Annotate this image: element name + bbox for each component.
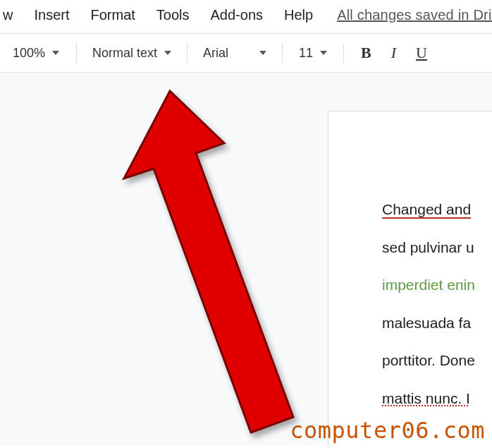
document-text-line[interactable]: imperdiet enin — [382, 266, 492, 304]
annotation-arrow-icon — [54, 87, 321, 448]
document-canvas[interactable]: Changed and sed pulvinar u imperdiet eni… — [0, 73, 492, 445]
document-text-line[interactable]: porttitor. Done — [382, 341, 492, 380]
svg-marker-0 — [124, 91, 293, 432]
document-page[interactable]: Changed and sed pulvinar u imperdiet eni… — [328, 111, 492, 448]
menu-tools[interactable]: Tools — [147, 4, 199, 26]
watermark-text: computer06.com — [290, 417, 485, 444]
zoom-dropdown[interactable]: 100% — [4, 43, 68, 63]
save-status[interactable]: All changes saved in Drive — [337, 7, 492, 23]
menu-insert[interactable]: Insert — [24, 4, 79, 26]
menu-help[interactable]: Help — [274, 4, 323, 26]
chevron-down-icon — [320, 51, 327, 55]
menubar: w Insert Format Tools Add-ons Help All c… — [0, 0, 492, 34]
italic-button[interactable]: I — [383, 41, 405, 65]
separator — [343, 43, 344, 63]
paragraph-style-value: Normal text — [92, 46, 157, 61]
separator — [187, 43, 187, 63]
zoom-value: 100% — [13, 46, 45, 61]
separator — [76, 43, 77, 63]
document-text-line[interactable]: mattis nunc. I — [382, 380, 492, 418]
font-size-value: 11 — [299, 46, 313, 61]
chevron-down-icon — [52, 51, 59, 55]
toolbar: 100% Normal text Arial 11 B I U — [0, 34, 492, 73]
document-text-line[interactable]: Changed and — [382, 190, 492, 229]
separator — [282, 43, 283, 63]
menu-view[interactable]: w — [3, 4, 23, 26]
chevron-down-icon — [164, 51, 171, 55]
font-family-value: Arial — [203, 46, 228, 61]
chevron-down-icon — [259, 51, 266, 55]
font-family-dropdown[interactable]: Arial — [196, 43, 273, 63]
document-text-line[interactable]: sed pulvinar u — [382, 229, 492, 267]
paragraph-style-dropdown[interactable]: Normal text — [85, 43, 178, 63]
bold-button[interactable]: B — [352, 41, 380, 65]
font-size-dropdown[interactable]: 11 — [291, 43, 335, 63]
menu-format[interactable]: Format — [80, 4, 144, 26]
underline-button[interactable]: U — [407, 41, 436, 65]
document-text-line[interactable]: malesuada fa — [382, 304, 492, 342]
menu-addons[interactable]: Add-ons — [201, 4, 273, 26]
